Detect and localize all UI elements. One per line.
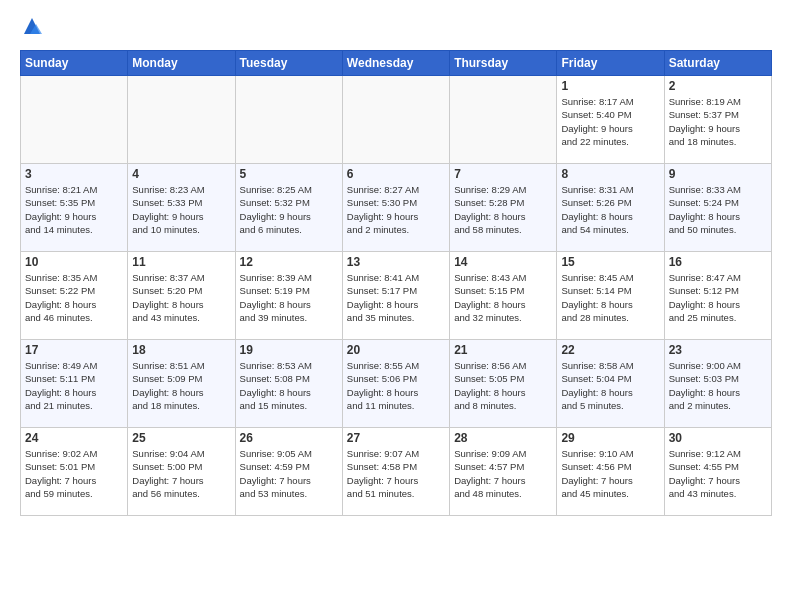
calendar-day-cell: 15Sunrise: 8:45 AM Sunset: 5:14 PM Dayli… — [557, 252, 664, 340]
calendar-day-cell: 8Sunrise: 8:31 AM Sunset: 5:26 PM Daylig… — [557, 164, 664, 252]
calendar-day-cell: 7Sunrise: 8:29 AM Sunset: 5:28 PM Daylig… — [450, 164, 557, 252]
weekday-header: Thursday — [450, 51, 557, 76]
calendar-week-row: 24Sunrise: 9:02 AM Sunset: 5:01 PM Dayli… — [21, 428, 772, 516]
day-info: Sunrise: 9:02 AM Sunset: 5:01 PM Dayligh… — [25, 447, 123, 500]
day-number: 22 — [561, 343, 659, 357]
day-number: 23 — [669, 343, 767, 357]
calendar-day-cell: 25Sunrise: 9:04 AM Sunset: 5:00 PM Dayli… — [128, 428, 235, 516]
day-number: 19 — [240, 343, 338, 357]
calendar-day-cell: 22Sunrise: 8:58 AM Sunset: 5:04 PM Dayli… — [557, 340, 664, 428]
calendar-day-cell — [128, 76, 235, 164]
day-number: 2 — [669, 79, 767, 93]
logo-icon — [20, 16, 44, 40]
day-info: Sunrise: 8:23 AM Sunset: 5:33 PM Dayligh… — [132, 183, 230, 236]
day-info: Sunrise: 9:10 AM Sunset: 4:56 PM Dayligh… — [561, 447, 659, 500]
day-number: 8 — [561, 167, 659, 181]
day-info: Sunrise: 8:49 AM Sunset: 5:11 PM Dayligh… — [25, 359, 123, 412]
day-number: 29 — [561, 431, 659, 445]
day-info: Sunrise: 8:19 AM Sunset: 5:37 PM Dayligh… — [669, 95, 767, 148]
weekday-header-row: SundayMondayTuesdayWednesdayThursdayFrid… — [21, 51, 772, 76]
day-number: 15 — [561, 255, 659, 269]
weekday-header: Saturday — [664, 51, 771, 76]
day-info: Sunrise: 9:07 AM Sunset: 4:58 PM Dayligh… — [347, 447, 445, 500]
weekday-header: Tuesday — [235, 51, 342, 76]
day-number: 10 — [25, 255, 123, 269]
day-info: Sunrise: 8:37 AM Sunset: 5:20 PM Dayligh… — [132, 271, 230, 324]
weekday-header: Monday — [128, 51, 235, 76]
calendar-day-cell: 19Sunrise: 8:53 AM Sunset: 5:08 PM Dayli… — [235, 340, 342, 428]
day-info: Sunrise: 8:31 AM Sunset: 5:26 PM Dayligh… — [561, 183, 659, 236]
page: SundayMondayTuesdayWednesdayThursdayFrid… — [0, 0, 792, 612]
day-number: 21 — [454, 343, 552, 357]
day-info: Sunrise: 9:04 AM Sunset: 5:00 PM Dayligh… — [132, 447, 230, 500]
calendar-day-cell: 29Sunrise: 9:10 AM Sunset: 4:56 PM Dayli… — [557, 428, 664, 516]
logo — [20, 16, 48, 40]
day-info: Sunrise: 8:27 AM Sunset: 5:30 PM Dayligh… — [347, 183, 445, 236]
calendar-day-cell — [342, 76, 449, 164]
day-info: Sunrise: 8:53 AM Sunset: 5:08 PM Dayligh… — [240, 359, 338, 412]
day-number: 5 — [240, 167, 338, 181]
calendar-day-cell: 20Sunrise: 8:55 AM Sunset: 5:06 PM Dayli… — [342, 340, 449, 428]
day-info: Sunrise: 8:33 AM Sunset: 5:24 PM Dayligh… — [669, 183, 767, 236]
day-info: Sunrise: 8:47 AM Sunset: 5:12 PM Dayligh… — [669, 271, 767, 324]
day-info: Sunrise: 8:58 AM Sunset: 5:04 PM Dayligh… — [561, 359, 659, 412]
day-info: Sunrise: 8:51 AM Sunset: 5:09 PM Dayligh… — [132, 359, 230, 412]
day-number: 1 — [561, 79, 659, 93]
day-info: Sunrise: 8:35 AM Sunset: 5:22 PM Dayligh… — [25, 271, 123, 324]
day-number: 11 — [132, 255, 230, 269]
calendar-day-cell: 27Sunrise: 9:07 AM Sunset: 4:58 PM Dayli… — [342, 428, 449, 516]
day-number: 6 — [347, 167, 445, 181]
day-number: 9 — [669, 167, 767, 181]
day-number: 14 — [454, 255, 552, 269]
day-info: Sunrise: 8:43 AM Sunset: 5:15 PM Dayligh… — [454, 271, 552, 324]
day-number: 27 — [347, 431, 445, 445]
calendar-day-cell — [450, 76, 557, 164]
calendar-day-cell — [21, 76, 128, 164]
calendar-day-cell: 14Sunrise: 8:43 AM Sunset: 5:15 PM Dayli… — [450, 252, 557, 340]
calendar-day-cell: 5Sunrise: 8:25 AM Sunset: 5:32 PM Daylig… — [235, 164, 342, 252]
day-number: 28 — [454, 431, 552, 445]
calendar-week-row: 17Sunrise: 8:49 AM Sunset: 5:11 PM Dayli… — [21, 340, 772, 428]
calendar-day-cell: 2Sunrise: 8:19 AM Sunset: 5:37 PM Daylig… — [664, 76, 771, 164]
calendar-day-cell: 30Sunrise: 9:12 AM Sunset: 4:55 PM Dayli… — [664, 428, 771, 516]
day-info: Sunrise: 9:05 AM Sunset: 4:59 PM Dayligh… — [240, 447, 338, 500]
weekday-header: Friday — [557, 51, 664, 76]
day-info: Sunrise: 8:56 AM Sunset: 5:05 PM Dayligh… — [454, 359, 552, 412]
day-number: 17 — [25, 343, 123, 357]
calendar-day-cell: 10Sunrise: 8:35 AM Sunset: 5:22 PM Dayli… — [21, 252, 128, 340]
calendar-day-cell: 21Sunrise: 8:56 AM Sunset: 5:05 PM Dayli… — [450, 340, 557, 428]
day-info: Sunrise: 8:45 AM Sunset: 5:14 PM Dayligh… — [561, 271, 659, 324]
calendar-day-cell: 1Sunrise: 8:17 AM Sunset: 5:40 PM Daylig… — [557, 76, 664, 164]
calendar: SundayMondayTuesdayWednesdayThursdayFrid… — [20, 50, 772, 516]
calendar-day-cell: 18Sunrise: 8:51 AM Sunset: 5:09 PM Dayli… — [128, 340, 235, 428]
day-number: 4 — [132, 167, 230, 181]
day-number: 20 — [347, 343, 445, 357]
calendar-week-row: 10Sunrise: 8:35 AM Sunset: 5:22 PM Dayli… — [21, 252, 772, 340]
calendar-day-cell: 17Sunrise: 8:49 AM Sunset: 5:11 PM Dayli… — [21, 340, 128, 428]
calendar-day-cell: 6Sunrise: 8:27 AM Sunset: 5:30 PM Daylig… — [342, 164, 449, 252]
day-number: 12 — [240, 255, 338, 269]
day-info: Sunrise: 9:12 AM Sunset: 4:55 PM Dayligh… — [669, 447, 767, 500]
day-number: 30 — [669, 431, 767, 445]
calendar-day-cell: 4Sunrise: 8:23 AM Sunset: 5:33 PM Daylig… — [128, 164, 235, 252]
day-number: 24 — [25, 431, 123, 445]
calendar-day-cell: 28Sunrise: 9:09 AM Sunset: 4:57 PM Dayli… — [450, 428, 557, 516]
day-number: 25 — [132, 431, 230, 445]
header — [20, 16, 772, 40]
day-number: 18 — [132, 343, 230, 357]
day-info: Sunrise: 8:25 AM Sunset: 5:32 PM Dayligh… — [240, 183, 338, 236]
day-info: Sunrise: 9:09 AM Sunset: 4:57 PM Dayligh… — [454, 447, 552, 500]
day-info: Sunrise: 8:39 AM Sunset: 5:19 PM Dayligh… — [240, 271, 338, 324]
calendar-day-cell: 16Sunrise: 8:47 AM Sunset: 5:12 PM Dayli… — [664, 252, 771, 340]
day-info: Sunrise: 9:00 AM Sunset: 5:03 PM Dayligh… — [669, 359, 767, 412]
day-info: Sunrise: 8:41 AM Sunset: 5:17 PM Dayligh… — [347, 271, 445, 324]
calendar-day-cell: 26Sunrise: 9:05 AM Sunset: 4:59 PM Dayli… — [235, 428, 342, 516]
day-number: 16 — [669, 255, 767, 269]
day-info: Sunrise: 8:29 AM Sunset: 5:28 PM Dayligh… — [454, 183, 552, 236]
day-number: 13 — [347, 255, 445, 269]
calendar-week-row: 3Sunrise: 8:21 AM Sunset: 5:35 PM Daylig… — [21, 164, 772, 252]
day-info: Sunrise: 8:21 AM Sunset: 5:35 PM Dayligh… — [25, 183, 123, 236]
day-info: Sunrise: 8:17 AM Sunset: 5:40 PM Dayligh… — [561, 95, 659, 148]
calendar-day-cell: 9Sunrise: 8:33 AM Sunset: 5:24 PM Daylig… — [664, 164, 771, 252]
calendar-day-cell: 13Sunrise: 8:41 AM Sunset: 5:17 PM Dayli… — [342, 252, 449, 340]
